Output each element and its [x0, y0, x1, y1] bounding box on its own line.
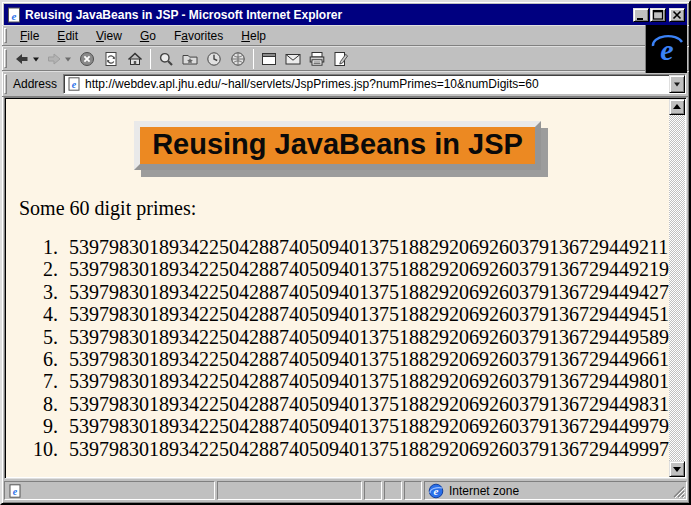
toolbar [2, 46, 689, 71]
menu-favorites[interactable]: Favorites [165, 27, 232, 45]
svg-text:e: e [72, 79, 77, 90]
mail-button[interactable] [281, 48, 305, 70]
addressbar-grip[interactable] [4, 74, 7, 93]
stop-icon [79, 51, 95, 67]
prime-item: 5397983018934225042887405094013751882920… [63, 236, 669, 258]
channels-button[interactable] [226, 48, 250, 70]
refresh-button[interactable] [99, 48, 123, 70]
forward-icon [46, 51, 62, 67]
channels-icon [230, 51, 246, 67]
status-panel-progress [217, 481, 362, 500]
chevron-down-icon [64, 55, 72, 63]
search-icon [158, 51, 174, 67]
address-bar: Address e http://webdev.apl.jhu.edu/~hal… [2, 71, 689, 97]
refresh-icon [103, 51, 119, 67]
history-icon [206, 51, 222, 67]
fullscreen-button[interactable] [257, 48, 281, 70]
menu-file[interactable]: File [11, 27, 48, 45]
ie-logo-icon: e [649, 30, 685, 68]
prime-item: 5397983018934225042887405094013751882920… [63, 281, 669, 303]
history-button[interactable] [202, 48, 226, 70]
prime-item: 5397983018934225042887405094013751882920… [63, 415, 669, 437]
address-dropdown-button[interactable] [669, 75, 685, 93]
ie-logo: e [645, 25, 687, 73]
status-panel-cell [404, 481, 422, 500]
toolbar-separator [253, 49, 254, 69]
page-content: Reusing JavaBeans in JSP Some 60 digit p… [4, 97, 687, 479]
back-button[interactable] [11, 48, 43, 70]
print-icon [309, 51, 325, 67]
stop-button[interactable] [75, 48, 99, 70]
minimize-icon [635, 9, 647, 21]
prime-item: 5397983018934225042887405094013751882920… [63, 393, 669, 415]
chevron-down-icon [673, 80, 681, 88]
menu-go[interactable]: Go [131, 27, 165, 45]
vertical-scrollbar[interactable] [669, 99, 685, 477]
address-label: Address [11, 77, 63, 91]
resize-grip[interactable] [673, 486, 685, 498]
toolbar-grip[interactable] [4, 49, 7, 67]
menu-help[interactable]: Help [232, 27, 275, 45]
prime-item: 5397983018934225042887405094013751882920… [63, 326, 669, 348]
prime-item: 5397983018934225042887405094013751882920… [63, 303, 669, 325]
menubar-grip[interactable] [4, 28, 7, 43]
browser-window: e Reusing JavaBeans in JSP - Microsoft I… [0, 0, 691, 505]
primes-list: 5397983018934225042887405094013751882920… [6, 236, 669, 460]
prime-item: 5397983018934225042887405094013751882920… [63, 438, 669, 460]
status-panel-cell [364, 481, 382, 500]
address-input[interactable]: e http://webdev.apl.jhu.edu/~hall/servle… [63, 74, 686, 94]
ie-page-icon: e [6, 7, 22, 23]
close-icon [671, 9, 683, 21]
home-icon [127, 51, 143, 67]
ie-page-icon: e [8, 484, 22, 498]
intro-text: Some 60 digit primes: [19, 197, 669, 220]
favorites-button[interactable] [178, 48, 202, 70]
home-button[interactable] [123, 48, 147, 70]
search-button[interactable] [154, 48, 178, 70]
scroll-down-button[interactable] [669, 461, 685, 477]
minimize-button[interactable] [633, 8, 649, 22]
scroll-up-button[interactable] [669, 99, 685, 115]
ie-page-icon: e [67, 77, 81, 91]
svg-text:e: e [13, 486, 18, 497]
status-panel-zone: e Internet zone [424, 481, 687, 500]
close-button[interactable] [669, 8, 685, 22]
title-bar[interactable]: e Reusing JavaBeans in JSP - Microsoft I… [4, 4, 687, 25]
window-title: Reusing JavaBeans in JSP - Microsoft Int… [25, 8, 633, 22]
scroll-down-icon [669, 461, 685, 477]
fullscreen-icon [261, 51, 277, 67]
maximize-button[interactable] [650, 8, 666, 22]
print-button[interactable] [305, 48, 329, 70]
menu-edit[interactable]: Edit [48, 27, 87, 45]
svg-text:e: e [12, 9, 17, 21]
menu-view[interactable]: View [87, 27, 131, 45]
menu-bar: FileEditViewGoFavoritesHelp [2, 25, 689, 46]
maximize-icon [652, 9, 664, 21]
mail-icon [285, 51, 301, 67]
svg-text:e: e [434, 485, 439, 497]
forward-button[interactable] [43, 48, 75, 70]
chevron-down-icon [32, 55, 40, 63]
toolbar-separator [150, 49, 151, 69]
edit-icon [333, 51, 349, 67]
edit-button[interactable] [329, 48, 353, 70]
favorites-icon [182, 51, 198, 67]
zone-label: Internet zone [449, 484, 519, 498]
prime-item: 5397983018934225042887405094013751882920… [63, 370, 669, 392]
status-panel-cell [384, 481, 402, 500]
globe-icon: e [428, 483, 444, 499]
status-panel-main: e [4, 481, 215, 500]
back-icon [14, 51, 30, 67]
scroll-up-icon [669, 99, 685, 115]
address-url: http://webdev.apl.jhu.edu/~hall/servlets… [85, 77, 669, 91]
prime-item: 5397983018934225042887405094013751882920… [63, 348, 669, 370]
status-bar: e e Internet zone [2, 479, 689, 503]
page-title: Reusing JavaBeans in JSP [134, 121, 541, 170]
prime-item: 5397983018934225042887405094013751882920… [63, 258, 669, 280]
